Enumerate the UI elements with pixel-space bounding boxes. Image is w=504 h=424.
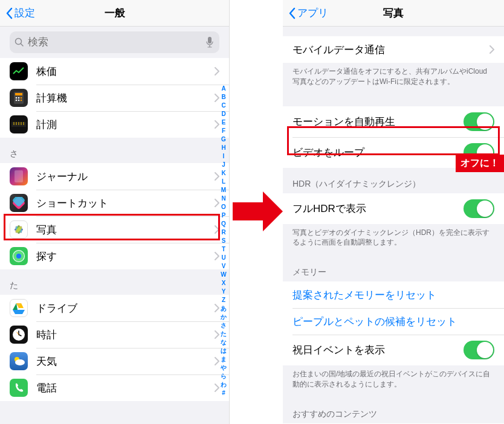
index-char[interactable]: わ: [221, 381, 227, 389]
mic-icon[interactable]: [205, 36, 215, 48]
row-drive[interactable]: ドライブ: [0, 295, 229, 321]
index-char[interactable]: E: [222, 118, 226, 127]
row-label: 時計: [36, 328, 210, 342]
row-label: モーションを自動再生: [292, 115, 464, 129]
index-char[interactable]: か: [221, 313, 227, 321]
nav-bar: アプリ 写真: [283, 0, 504, 27]
index-char[interactable]: A: [221, 85, 225, 93]
section-footer: 写真とビデオのダイナミックレンジ（HDR）を完全に表示するように画面を自動調整し…: [283, 224, 504, 257]
section-header: メモリー: [283, 256, 504, 281]
photos-icon: [10, 220, 28, 239]
row-phone[interactable]: 電話: [0, 374, 229, 401]
index-char[interactable]: W: [221, 271, 226, 279]
index-char[interactable]: F: [222, 127, 225, 135]
row-weather[interactable]: 天気: [0, 348, 229, 374]
svg-point-8: [16, 100, 18, 101]
index-char[interactable]: S: [222, 237, 226, 245]
row-label: モバイルデータ通信: [292, 43, 485, 57]
chevron-right-icon: [215, 225, 219, 234]
index-char[interactable]: D: [221, 110, 225, 118]
index-char[interactable]: H: [221, 144, 225, 152]
index-char[interactable]: N: [221, 194, 225, 203]
index-char[interactable]: M: [221, 186, 226, 194]
svg-point-6: [18, 97, 20, 99]
index-char[interactable]: Q: [221, 220, 226, 228]
index-char[interactable]: I: [223, 152, 225, 161]
svg-rect-19: [13, 197, 25, 207]
arrow-annotation: [228, 181, 285, 242]
row-measure[interactable]: 計測: [0, 111, 229, 138]
chevron-right-icon: [489, 45, 494, 54]
index-char[interactable]: ま: [221, 355, 227, 364]
index-char[interactable]: #: [222, 389, 225, 397]
index-char[interactable]: Y: [222, 287, 226, 296]
chevron-right-icon: [215, 330, 219, 339]
svg-marker-34: [13, 310, 25, 314]
index-char[interactable]: X: [222, 279, 226, 287]
section-footer: モバイルデータ通信をオフにすると、共有アルバムやiCloud写真などのアップデー…: [283, 63, 504, 95]
index-char[interactable]: は: [221, 347, 227, 355]
row-cellular[interactable]: モバイルデータ通信: [283, 36, 504, 63]
holiday-events-toggle[interactable]: [464, 341, 494, 359]
index-char[interactable]: B: [221, 93, 225, 101]
row-shortcuts[interactable]: ショートカット: [0, 190, 229, 216]
index-char[interactable]: G: [221, 135, 226, 144]
nav-back-button[interactable]: 設定: [0, 6, 35, 20]
index-char[interactable]: L: [222, 178, 225, 186]
row-full-hdr[interactable]: フルHDRで表示: [283, 193, 504, 224]
index-char[interactable]: O: [221, 203, 226, 211]
chevron-left-icon: [5, 7, 13, 19]
row-photos[interactable]: 写真: [0, 216, 229, 243]
row-label: 計算機: [36, 91, 210, 105]
index-char[interactable]: さ: [221, 321, 227, 330]
index-char[interactable]: J: [222, 161, 225, 169]
row-stocks[interactable]: 株価: [0, 58, 229, 85]
full-hdr-toggle[interactable]: [464, 199, 494, 218]
nav-back-label: 設定: [15, 6, 35, 20]
autoplay-motion-toggle[interactable]: [464, 112, 494, 131]
search-wrap: [0, 27, 229, 58]
nav-back-button[interactable]: アプリ: [283, 6, 328, 20]
list-group: フルHDRで表示: [283, 193, 504, 224]
list-group: 提案されたメモリーをリセット ピープルとペットの候補をリセット 祝日イベントを表…: [283, 281, 504, 365]
row-journal[interactable]: ジャーナル: [0, 163, 229, 190]
index-char[interactable]: ら: [221, 372, 227, 381]
index-char[interactable]: T: [222, 245, 225, 254]
index-char[interactable]: R: [221, 228, 225, 237]
row-findmy[interactable]: 探す: [0, 243, 229, 269]
section-header: さ: [0, 138, 229, 163]
row-calculator[interactable]: 計算機: [0, 85, 229, 111]
findmy-icon: [10, 247, 28, 265]
index-bar[interactable]: ABCDEFGHIJKLMNOPQRSTUVWXYZあかさたなはまやらわ#: [219, 60, 228, 424]
chevron-left-icon: [288, 7, 296, 19]
search-input[interactable]: [28, 36, 205, 48]
index-char[interactable]: た: [221, 330, 227, 338]
row-label: 株価: [36, 65, 210, 79]
row-label: 電話: [36, 381, 210, 395]
index-char[interactable]: P: [222, 211, 226, 220]
row-reset-memories[interactable]: 提案されたメモリーをリセット: [283, 281, 504, 308]
index-char[interactable]: K: [221, 169, 225, 178]
chevron-right-icon: [215, 252, 219, 260]
chevron-right-icon: [215, 94, 219, 102]
list-group: モバイルデータ通信: [283, 36, 504, 63]
index-char[interactable]: Z: [222, 296, 225, 304]
index-char[interactable]: な: [221, 338, 227, 347]
index-char[interactable]: U: [221, 254, 225, 262]
row-label: ピープルとペットの候補をリセット: [292, 315, 494, 329]
index-char[interactable]: C: [221, 101, 225, 110]
row-clock[interactable]: 時計: [0, 321, 229, 348]
index-char[interactable]: あ: [221, 304, 227, 313]
row-label: ジャーナル: [36, 170, 210, 184]
row-label: 祝日イベントを表示: [292, 343, 464, 357]
svg-point-5: [16, 97, 18, 99]
search-field[interactable]: [10, 31, 219, 53]
row-reset-people-pets[interactable]: ピープルとペットの候補をリセット: [283, 308, 504, 335]
row-label: ショートカット: [36, 196, 210, 210]
row-autoplay-motion[interactable]: モーションを自動再生: [283, 106, 504, 137]
index-char[interactable]: や: [221, 364, 227, 372]
nav-back-label: アプリ: [297, 6, 328, 20]
index-char[interactable]: V: [222, 262, 226, 271]
row-holiday-events[interactable]: 祝日イベントを表示: [283, 335, 504, 365]
shortcuts-icon: [10, 194, 28, 212]
